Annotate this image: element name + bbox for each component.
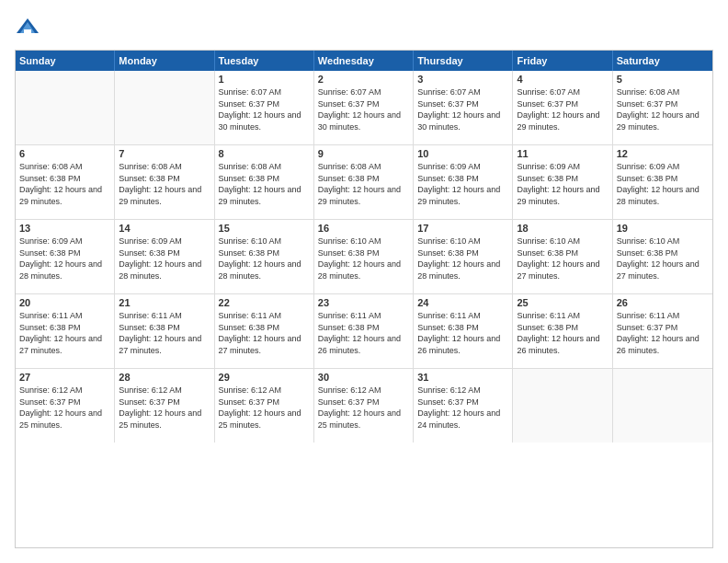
cell-info: Sunrise: 6:08 AMSunset: 6:38 PMDaylight:… xyxy=(119,161,210,207)
calendar-row: 27Sunrise: 6:12 AMSunset: 6:37 PMDayligh… xyxy=(16,369,712,442)
weekday-header: Saturday xyxy=(613,51,712,71)
day-number: 15 xyxy=(219,223,310,234)
day-number: 31 xyxy=(417,372,508,383)
day-number: 1 xyxy=(219,74,310,85)
calendar-cell: 25Sunrise: 6:11 AMSunset: 6:38 PMDayligh… xyxy=(513,294,612,368)
calendar-cell: 30Sunrise: 6:12 AMSunset: 6:37 PMDayligh… xyxy=(314,369,414,442)
calendar-cell: 24Sunrise: 6:11 AMSunset: 6:38 PMDayligh… xyxy=(414,294,513,368)
day-number: 9 xyxy=(318,148,409,159)
calendar-cell: 9Sunrise: 6:08 AMSunset: 6:38 PMDaylight… xyxy=(314,145,414,219)
cell-info: Sunrise: 6:08 AMSunset: 6:38 PMDaylight:… xyxy=(219,161,310,207)
cell-info: Sunrise: 6:10 AMSunset: 6:38 PMDaylight:… xyxy=(219,236,310,282)
cell-info: Sunrise: 6:08 AMSunset: 6:38 PMDaylight:… xyxy=(318,161,409,207)
cell-info: Sunrise: 6:07 AMSunset: 6:37 PMDaylight:… xyxy=(318,86,409,132)
day-number: 14 xyxy=(119,223,210,234)
calendar: SundayMondayTuesdayWednesdayThursdayFrid… xyxy=(15,50,713,548)
weekday-header: Friday xyxy=(513,51,612,71)
calendar-row: 20Sunrise: 6:11 AMSunset: 6:38 PMDayligh… xyxy=(16,294,712,369)
cell-info: Sunrise: 6:08 AMSunset: 6:37 PMDaylight:… xyxy=(617,86,709,132)
calendar-cell xyxy=(613,369,712,442)
day-number: 24 xyxy=(417,297,508,308)
cell-info: Sunrise: 6:07 AMSunset: 6:37 PMDaylight:… xyxy=(219,86,310,132)
day-number: 4 xyxy=(517,74,608,85)
calendar-cell: 10Sunrise: 6:09 AMSunset: 6:38 PMDayligh… xyxy=(414,145,513,219)
calendar-row: 13Sunrise: 6:09 AMSunset: 6:38 PMDayligh… xyxy=(16,220,712,294)
cell-info: Sunrise: 6:07 AMSunset: 6:37 PMDaylight:… xyxy=(517,86,608,132)
day-number: 5 xyxy=(617,74,709,85)
day-number: 23 xyxy=(318,297,409,308)
cell-info: Sunrise: 6:11 AMSunset: 6:38 PMDaylight:… xyxy=(517,310,608,356)
calendar-header: SundayMondayTuesdayWednesdayThursdayFrid… xyxy=(16,51,712,71)
calendar-cell: 26Sunrise: 6:11 AMSunset: 6:37 PMDayligh… xyxy=(613,294,712,368)
calendar-cell: 12Sunrise: 6:09 AMSunset: 6:38 PMDayligh… xyxy=(613,145,712,219)
calendar-cell xyxy=(513,369,612,442)
day-number: 26 xyxy=(617,297,709,308)
cell-info: Sunrise: 6:11 AMSunset: 6:37 PMDaylight:… xyxy=(617,310,709,356)
day-number: 20 xyxy=(19,297,110,308)
cell-info: Sunrise: 6:11 AMSunset: 6:38 PMDaylight:… xyxy=(19,310,110,356)
cell-info: Sunrise: 6:11 AMSunset: 6:38 PMDaylight:… xyxy=(119,310,210,356)
cell-info: Sunrise: 6:12 AMSunset: 6:37 PMDaylight:… xyxy=(417,385,508,431)
weekday-header: Thursday xyxy=(414,51,513,71)
cell-info: Sunrise: 6:12 AMSunset: 6:37 PMDaylight:… xyxy=(119,385,210,431)
calendar-cell xyxy=(16,71,115,144)
day-number: 13 xyxy=(19,223,110,234)
day-number: 25 xyxy=(517,297,608,308)
day-number: 12 xyxy=(617,148,709,159)
calendar-cell: 15Sunrise: 6:10 AMSunset: 6:38 PMDayligh… xyxy=(215,220,314,293)
calendar-cell: 8Sunrise: 6:08 AMSunset: 6:38 PMDaylight… xyxy=(215,145,314,219)
day-number: 16 xyxy=(318,223,409,234)
cell-info: Sunrise: 6:09 AMSunset: 6:38 PMDaylight:… xyxy=(19,236,110,282)
cell-info: Sunrise: 6:10 AMSunset: 6:38 PMDaylight:… xyxy=(417,236,508,282)
day-number: 22 xyxy=(219,297,310,308)
calendar-cell: 4Sunrise: 6:07 AMSunset: 6:37 PMDaylight… xyxy=(513,71,612,144)
calendar-cell xyxy=(115,71,214,144)
day-number: 11 xyxy=(517,148,608,159)
day-number: 8 xyxy=(219,148,310,159)
logo xyxy=(15,15,44,40)
calendar-cell: 1Sunrise: 6:07 AMSunset: 6:37 PMDaylight… xyxy=(215,71,314,144)
cell-info: Sunrise: 6:09 AMSunset: 6:38 PMDaylight:… xyxy=(417,161,508,207)
day-number: 3 xyxy=(417,74,508,85)
calendar-cell: 31Sunrise: 6:12 AMSunset: 6:37 PMDayligh… xyxy=(414,369,513,442)
day-number: 27 xyxy=(19,372,110,383)
day-number: 29 xyxy=(219,372,310,383)
calendar-cell: 21Sunrise: 6:11 AMSunset: 6:38 PMDayligh… xyxy=(115,294,214,368)
cell-info: Sunrise: 6:10 AMSunset: 6:38 PMDaylight:… xyxy=(318,236,409,282)
calendar-cell: 16Sunrise: 6:10 AMSunset: 6:38 PMDayligh… xyxy=(314,220,414,293)
day-number: 19 xyxy=(617,223,709,234)
calendar-cell: 11Sunrise: 6:09 AMSunset: 6:38 PMDayligh… xyxy=(513,145,612,219)
calendar-cell: 3Sunrise: 6:07 AMSunset: 6:37 PMDaylight… xyxy=(414,71,513,144)
calendar-cell: 6Sunrise: 6:08 AMSunset: 6:38 PMDaylight… xyxy=(16,145,115,219)
header xyxy=(15,15,713,40)
day-number: 21 xyxy=(119,297,210,308)
calendar-row: 6Sunrise: 6:08 AMSunset: 6:38 PMDaylight… xyxy=(16,145,712,220)
svg-rect-2 xyxy=(24,29,31,33)
calendar-cell: 29Sunrise: 6:12 AMSunset: 6:37 PMDayligh… xyxy=(215,369,314,442)
cell-info: Sunrise: 6:10 AMSunset: 6:38 PMDaylight:… xyxy=(517,236,608,282)
calendar-cell: 17Sunrise: 6:10 AMSunset: 6:38 PMDayligh… xyxy=(414,220,513,293)
calendar-cell: 23Sunrise: 6:11 AMSunset: 6:38 PMDayligh… xyxy=(314,294,414,368)
calendar-cell: 22Sunrise: 6:11 AMSunset: 6:38 PMDayligh… xyxy=(215,294,314,368)
weekday-header: Tuesday xyxy=(215,51,314,71)
weekday-header: Wednesday xyxy=(314,51,414,71)
cell-info: Sunrise: 6:08 AMSunset: 6:38 PMDaylight:… xyxy=(19,161,110,207)
cell-info: Sunrise: 6:09 AMSunset: 6:38 PMDaylight:… xyxy=(119,236,210,282)
page: SundayMondayTuesdayWednesdayThursdayFrid… xyxy=(0,0,728,563)
calendar-cell: 20Sunrise: 6:11 AMSunset: 6:38 PMDayligh… xyxy=(16,294,115,368)
day-number: 10 xyxy=(417,148,508,159)
cell-info: Sunrise: 6:12 AMSunset: 6:37 PMDaylight:… xyxy=(19,385,110,431)
calendar-cell: 14Sunrise: 6:09 AMSunset: 6:38 PMDayligh… xyxy=(115,220,214,293)
cell-info: Sunrise: 6:12 AMSunset: 6:37 PMDaylight:… xyxy=(318,385,409,431)
cell-info: Sunrise: 6:10 AMSunset: 6:38 PMDaylight:… xyxy=(617,236,709,282)
cell-info: Sunrise: 6:11 AMSunset: 6:38 PMDaylight:… xyxy=(318,310,409,356)
day-number: 28 xyxy=(119,372,210,383)
day-number: 2 xyxy=(318,74,409,85)
calendar-cell: 28Sunrise: 6:12 AMSunset: 6:37 PMDayligh… xyxy=(115,369,214,442)
day-number: 7 xyxy=(119,148,210,159)
calendar-cell: 2Sunrise: 6:07 AMSunset: 6:37 PMDaylight… xyxy=(314,71,414,144)
cell-info: Sunrise: 6:07 AMSunset: 6:37 PMDaylight:… xyxy=(417,86,508,132)
cell-info: Sunrise: 6:12 AMSunset: 6:37 PMDaylight:… xyxy=(219,385,310,431)
calendar-cell: 18Sunrise: 6:10 AMSunset: 6:38 PMDayligh… xyxy=(513,220,612,293)
cell-info: Sunrise: 6:11 AMSunset: 6:38 PMDaylight:… xyxy=(219,310,310,356)
